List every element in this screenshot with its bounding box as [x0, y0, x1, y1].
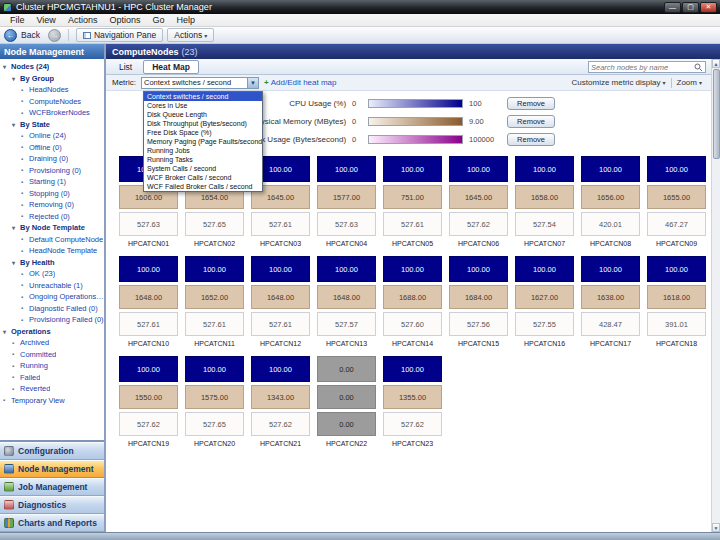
nav-button-diagnostics[interactable]: Diagnostics [0, 496, 104, 514]
tree-item-computenodes[interactable]: ▪ComputeNodes [0, 96, 104, 108]
tree-item-ongoing-operations-0[interactable]: ▪Ongoing Operations (0) [0, 291, 104, 303]
customize-metric-display-button[interactable]: Customize metric display▾ [572, 78, 666, 87]
navigation-pane-button[interactable]: Navigation Pane [76, 28, 163, 42]
metric-dropdown-list: Context switches / secondCores in UseDis… [143, 91, 263, 192]
node-tile-hpcatcn12[interactable]: 100.001648.00527.61HPCATCN12 [251, 256, 310, 347]
menu-go[interactable]: Go [146, 15, 170, 25]
tree-item-wcfbrokernodes[interactable]: ▪WCFBrokerNodes [0, 107, 104, 119]
tree-item-provisioning-0[interactable]: ▪Provisioning (0) [0, 165, 104, 177]
remove-metric-button[interactable]: Remove [507, 133, 555, 146]
node-tile-hpcatcn16[interactable]: 100.001627.00527.55HPCATCN16 [515, 256, 574, 347]
scrollbar-thumb[interactable] [713, 69, 720, 159]
node-tile-hpcatcn04[interactable]: 100.001577.00527.63HPCATCN04 [317, 156, 376, 247]
nav-button-configuration[interactable]: Configuration [0, 442, 104, 460]
forward-icon[interactable]: → [48, 29, 61, 42]
back-button[interactable]: Back [21, 30, 40, 40]
minimize-button[interactable]: — [664, 2, 681, 13]
tree-item-starting-1[interactable]: ▪Starting (1) [0, 176, 104, 188]
tree-item-by-state[interactable]: ▾By State [0, 119, 104, 131]
tree-item-diagnostic-failed-0[interactable]: ▪Diagnostic Failed (0) [0, 303, 104, 315]
node-tile-hpcatcn07[interactable]: 100.001658.00527.54HPCATCN07 [515, 156, 574, 247]
tree-item-default-computenode[interactable]: ▪Default ComputeNode [0, 234, 104, 246]
tree-item-committed[interactable]: ▪Committed [0, 349, 104, 361]
metric-option-wcf-broker-calls-second[interactable]: WCF Broker Calls / second [144, 173, 262, 182]
tab-heat-map[interactable]: Heat Map [143, 60, 199, 74]
menu-file[interactable]: File [4, 15, 31, 25]
tree-item-headnode-template[interactable]: ▪HeadNode Template [0, 245, 104, 257]
metric-option-context-switches-second[interactable]: Context switches / second [144, 92, 262, 101]
metric-option-free-disk-space[interactable]: Free Disk Space (%) [144, 128, 262, 137]
menu-actions[interactable]: Actions [62, 15, 104, 25]
tree-item-offline-0[interactable]: ▪Offline (0) [0, 142, 104, 154]
tree-item-operations[interactable]: ▾Operations [0, 326, 104, 338]
tree-item-failed[interactable]: ▪Failed [0, 372, 104, 384]
tree-item-stopping-0[interactable]: ▪Stopping (0) [0, 188, 104, 200]
node-tile-hpcatcn23[interactable]: 100.001355.00527.62HPCATCN23 [383, 356, 442, 447]
heatmap-row: 100.001648.00527.61HPCATCN10100.001652.0… [119, 256, 714, 347]
remove-metric-button[interactable]: Remove [507, 97, 555, 110]
tree-item-running[interactable]: ▪Running [0, 360, 104, 372]
tree-item-nodes-24[interactable]: ▾Nodes (24) [0, 61, 104, 73]
tree-item-headnodes[interactable]: ▪HeadNodes [0, 84, 104, 96]
actions-button[interactable]: Actions▾ [167, 28, 214, 42]
node-tile-hpcatcn13[interactable]: 100.001648.00527.57HPCATCN13 [317, 256, 376, 347]
metric-option-cores-in-use[interactable]: Cores in Use [144, 101, 262, 110]
node-tile-hpcatcn06[interactable]: 100.001645.00527.62HPCATCN06 [449, 156, 508, 247]
metric-option-memory-paging-page-faults-second[interactable]: Memory Paging (Page Faults/second) [144, 137, 262, 146]
metric-option-system-calls-second[interactable]: System Calls / second [144, 164, 262, 173]
scroll-down-icon[interactable]: ▼ [712, 523, 720, 532]
tree-item-removing-0[interactable]: ▪Removing (0) [0, 199, 104, 211]
node-tile-hpcatcn15[interactable]: 100.001684.00527.56HPCATCN15 [449, 256, 508, 347]
tab-list[interactable]: List [110, 60, 141, 74]
menu-view[interactable]: View [31, 15, 62, 25]
tree-item-rejected-0[interactable]: ▪Rejected (0) [0, 211, 104, 223]
tree-item-archived[interactable]: ▪Archived [0, 337, 104, 349]
node-tile-hpcatcn10[interactable]: 100.001648.00527.61HPCATCN10 [119, 256, 178, 347]
node-bullet-icon: ▪ [12, 351, 20, 357]
menu-help[interactable]: Help [170, 15, 201, 25]
tree-item-online-24[interactable]: ▪Online (24) [0, 130, 104, 142]
tree-item-reverted[interactable]: ▪Reverted [0, 383, 104, 395]
nav-button-job-management[interactable]: Job Management [0, 478, 104, 496]
tree-item-ok-23[interactable]: ▪OK (23) [0, 268, 104, 280]
menu-options[interactable]: Options [103, 15, 146, 25]
zoom-button[interactable]: Zoom▾ [677, 78, 702, 87]
node-bullet-icon: ▪ [12, 386, 20, 392]
tree-item-unreachable-1[interactable]: ▪Unreachable (1) [0, 280, 104, 292]
node-tile-hpcatcn09[interactable]: 100.001655.00467.27HPCATCN09 [647, 156, 706, 247]
metric-combobox[interactable]: Context switches / second ▼ [141, 77, 259, 89]
search-input[interactable] [591, 63, 694, 72]
node-tile-hpcatcn22[interactable]: 0.000.000.00HPCATCN22 [317, 356, 376, 447]
title-bar: Cluster HPCMGTAHNU1 - HPC Cluster Manage… [0, 0, 720, 14]
node-tile-hpcatcn19[interactable]: 100.001550.00527.62HPCATCN19 [119, 356, 178, 447]
vertical-scrollbar[interactable]: ▲ ▼ [711, 59, 720, 532]
node-tile-hpcatcn17[interactable]: 100.001638.00428.47HPCATCN17 [581, 256, 640, 347]
tree-item-by-node-template[interactable]: ▾By Node Template [0, 222, 104, 234]
nav-button-node-management[interactable]: Node Management [0, 460, 104, 478]
node-tile-hpcatcn05[interactable]: 100.00751.00527.61HPCATCN05 [383, 156, 442, 247]
scroll-up-icon[interactable]: ▲ [712, 59, 720, 68]
close-button[interactable]: ✕ [700, 2, 717, 13]
tree-item-temporary-view[interactable]: ▪Temporary View [0, 395, 104, 407]
node-tile-hpcatcn18[interactable]: 100.001618.00391.01HPCATCN18 [647, 256, 706, 347]
metric-option-running-tasks[interactable]: Running Tasks [144, 155, 262, 164]
node-tile-hpcatcn14[interactable]: 100.001688.00527.60HPCATCN14 [383, 256, 442, 347]
back-icon[interactable]: ← [4, 29, 17, 42]
tree-item-by-health[interactable]: ▾By Health [0, 257, 104, 269]
toolbar-separator [68, 29, 69, 41]
node-tile-hpcatcn08[interactable]: 100.001656.00420.01HPCATCN08 [581, 156, 640, 247]
metric-option-wcf-failed-broker-calls-second[interactable]: WCF Failed Broker Calls / second [144, 182, 262, 191]
tree-item-by-group[interactable]: ▾By Group [0, 73, 104, 85]
node-tile-hpcatcn21[interactable]: 100.001343.00527.62HPCATCN21 [251, 356, 310, 447]
node-tile-hpcatcn11[interactable]: 100.001652.00527.61HPCATCN11 [185, 256, 244, 347]
add-edit-heatmap-link[interactable]: +Add/Edit heat map [264, 78, 337, 87]
metric-option-disk-queue-length[interactable]: Disk Queue Length [144, 110, 262, 119]
metric-option-running-jobs[interactable]: Running Jobs [144, 146, 262, 155]
metric-option-disk-throughput-bytes-second[interactable]: Disk Throughput (Bytes/second) [144, 119, 262, 128]
tree-item-provisioning-failed-0[interactable]: ▪Provisioning Failed (0) [0, 314, 104, 326]
maximize-button[interactable]: ▢ [682, 2, 699, 13]
nav-button-charts-and-reports[interactable]: Charts and Reports [0, 514, 104, 532]
remove-metric-button[interactable]: Remove [507, 115, 555, 128]
tree-item-draining-0[interactable]: ▪Draining (0) [0, 153, 104, 165]
node-tile-hpcatcn20[interactable]: 100.001575.00527.65HPCATCN20 [185, 356, 244, 447]
